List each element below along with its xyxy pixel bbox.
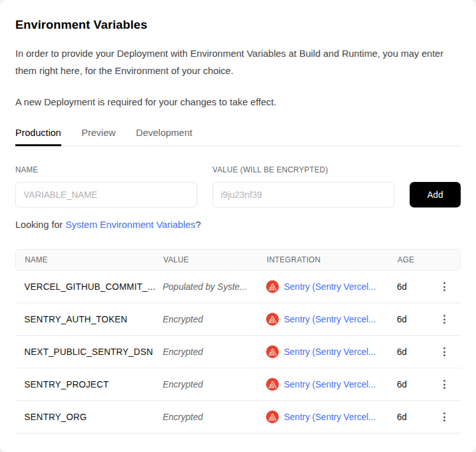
column-header-value: VALUE: [163, 255, 267, 264]
integration-link[interactable]: Sentry (Sentry Vercel...: [284, 314, 376, 324]
variable-name-input[interactable]: [15, 182, 197, 207]
form-labels: NAME VALUE (WILL BE ENCRYPTED): [15, 165, 461, 174]
integration-link[interactable]: Sentry (Sentry Vercel...: [284, 412, 376, 422]
kebab-menu-icon[interactable]: [436, 377, 452, 392]
tab-production[interactable]: Production: [15, 127, 61, 146]
column-header-integration: INTEGRATION: [267, 255, 398, 264]
variable-name: SENTRY_ORG: [24, 412, 163, 422]
sentry-icon: [266, 411, 279, 423]
table-row: SENTRY_PROJECT Encrypted Sentry (Sentry …: [15, 368, 461, 401]
variable-age: 6d: [397, 412, 433, 422]
table-row: SENTRY_AUTH_TOKEN Encrypted Sentry (Sent…: [15, 303, 461, 336]
table-row: SENTRY_ORG Encrypted Sentry (Sentry Verc…: [15, 401, 461, 433]
environment-tabs: Production Preview Development: [15, 127, 461, 146]
integration-link[interactable]: Sentry (Sentry Vercel...: [284, 282, 376, 292]
system-environment-variables-link[interactable]: System Environment Variables: [65, 219, 195, 230]
name-field-label: NAME: [15, 165, 197, 174]
column-header-age: AGE: [398, 255, 432, 264]
variable-name: NEXT_PUBLIC_SENTRY_DSN: [24, 347, 163, 357]
hint-prefix: Looking for: [15, 219, 65, 230]
page-title: Environment Variables: [15, 18, 461, 32]
kebab-menu-icon[interactable]: [436, 312, 452, 327]
description-text: In order to provide your Deployment with…: [15, 45, 449, 79]
variable-value: Encrypted: [163, 314, 266, 324]
sentry-icon: [266, 378, 279, 391]
kebab-menu-icon[interactable]: [436, 344, 452, 359]
add-button[interactable]: Add: [410, 182, 461, 207]
variable-age: 6d: [397, 314, 433, 324]
variable-value: Encrypted: [163, 412, 266, 422]
variable-value: Populated by Syste...: [163, 282, 266, 292]
description-text-2: A new Deployment is required for your ch…: [15, 93, 461, 110]
environment-variables-panel: Environment Variables In order to provid…: [0, 0, 476, 452]
variable-age: 6d: [397, 347, 433, 357]
variables-table: NAME VALUE INTEGRATION AGE VERCEL_GITHUB…: [15, 249, 461, 433]
variable-age: 6d: [397, 282, 433, 292]
value-field-label: VALUE (WILL BE ENCRYPTED): [212, 165, 394, 174]
variable-age: 6d: [397, 379, 433, 389]
add-variable-form: Add: [15, 182, 461, 207]
table-row: NEXT_PUBLIC_SENTRY_DSN Encrypted Sentry …: [15, 336, 461, 368]
variable-name: SENTRY_AUTH_TOKEN: [24, 314, 163, 324]
variable-value: Encrypted: [163, 347, 266, 357]
system-env-hint: Looking for System Environment Variables…: [15, 219, 461, 230]
variable-value: Encrypted: [163, 379, 266, 389]
sentry-icon: [266, 313, 279, 326]
kebab-menu-icon[interactable]: [436, 409, 452, 425]
hint-suffix: ?: [195, 219, 200, 230]
variable-name: VERCEL_GITHUB_COMMIT_...: [24, 282, 163, 292]
column-header-name: NAME: [25, 255, 163, 264]
integration-link[interactable]: Sentry (Sentry Vercel...: [284, 347, 376, 357]
sentry-icon: [266, 345, 279, 358]
table-header-row: NAME VALUE INTEGRATION AGE: [15, 249, 461, 271]
tab-development[interactable]: Development: [136, 127, 192, 146]
sentry-icon: [266, 280, 279, 293]
table-row: VERCEL_GITHUB_COMMIT_... Populated by Sy…: [15, 271, 461, 303]
tab-preview[interactable]: Preview: [82, 127, 115, 146]
integration-link[interactable]: Sentry (Sentry Vercel...: [284, 379, 376, 389]
kebab-menu-icon[interactable]: [436, 279, 452, 294]
variable-value-input[interactable]: [212, 182, 394, 207]
variable-name: SENTRY_PROJECT: [24, 379, 163, 389]
